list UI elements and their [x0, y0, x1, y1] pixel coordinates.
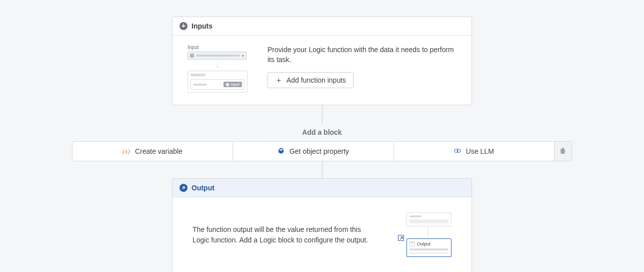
output-card: Output The function output will be the v…: [172, 178, 472, 272]
output-title: Output: [192, 184, 214, 192]
corner-arrow-icon: [398, 235, 404, 241]
output-description: The function output will be the value re…: [192, 224, 372, 245]
connector-line: [322, 161, 322, 178]
plus-icon: ＋: [275, 76, 282, 84]
inputs-description: Provide your Logic function with the dat…: [268, 45, 456, 65]
delete-option[interactable]: [554, 142, 572, 161]
inputs-illustration-label: Input: [188, 45, 248, 50]
get-object-property-option[interactable]: Get object property: [233, 142, 394, 161]
cube-icon: [278, 147, 284, 156]
output-illustration: "" Output: [402, 212, 452, 257]
inputs-card: Inputs Input ▾ ↓ Input: [172, 17, 472, 105]
svg-point-1: [457, 149, 460, 152]
trash-icon: [559, 147, 566, 156]
illustration-panel: Input: [188, 71, 248, 93]
block-options: (x) Create variable Get object property …: [72, 141, 572, 161]
variable-icon: (x): [122, 147, 130, 155]
inputs-icon: [180, 22, 188, 30]
caret-down-icon: ▾: [242, 54, 244, 58]
create-variable-option[interactable]: (x) Create variable: [72, 142, 233, 161]
output-icon: [180, 184, 188, 192]
inputs-illustration: Input ▾ ↓ Input: [188, 45, 248, 93]
output-header: Output: [172, 179, 472, 197]
inputs-title: Inputs: [192, 22, 212, 30]
add-function-inputs-button[interactable]: ＋ Add function inputs: [268, 72, 354, 88]
connector-line: [322, 105, 322, 123]
input-badge: Input: [224, 82, 242, 87]
use-llm-option[interactable]: Use LLM: [394, 142, 554, 161]
llm-icon: [454, 147, 461, 156]
inputs-header: Inputs: [172, 17, 472, 36]
illustration-dropdown: ▾: [188, 52, 246, 60]
arrow-down-icon: ↓: [188, 62, 248, 69]
add-block-label: Add a block: [302, 128, 342, 136]
